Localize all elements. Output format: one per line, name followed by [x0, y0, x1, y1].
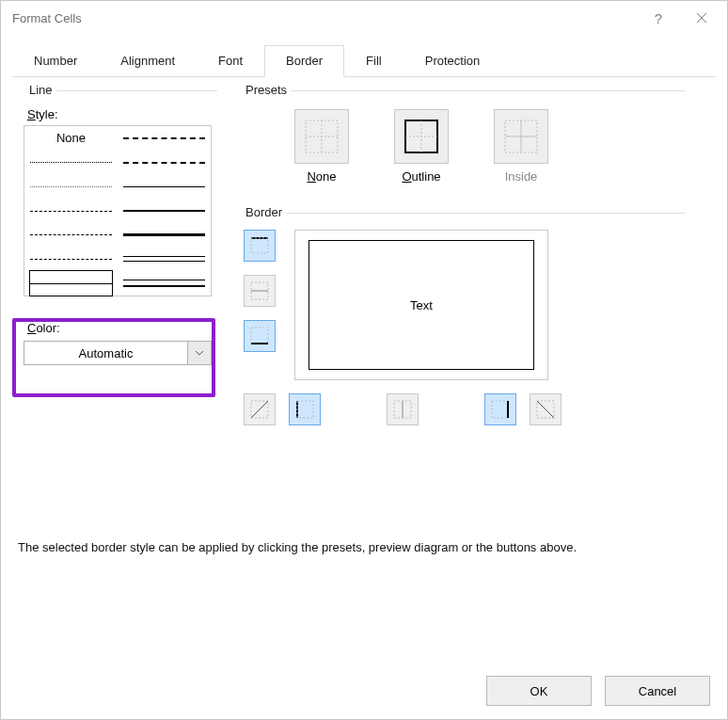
preset-outline[interactable]: Outline: [390, 109, 452, 184]
line-style-11[interactable]: [123, 199, 205, 223]
preset-inside-button[interactable]: [494, 109, 548, 164]
line-style-list[interactable]: None: [24, 125, 212, 296]
cancel-button[interactable]: Cancel: [605, 676, 710, 706]
line-group: Line Style: None: [18, 90, 217, 429]
line-style-2[interactable]: [30, 151, 112, 175]
tab-alignment[interactable]: Alignment: [99, 45, 197, 77]
tab-fill[interactable]: Fill: [344, 45, 404, 77]
preset-inside-icon: [502, 118, 540, 155]
border-inside-h-icon: [249, 280, 270, 301]
close-icon: [696, 12, 707, 24]
tab-font[interactable]: Font: [197, 45, 264, 77]
close-button[interactable]: [680, 1, 723, 35]
border-left-button[interactable]: [289, 393, 321, 425]
color-highlight-annotation: [12, 318, 215, 397]
border-right-icon: [490, 399, 511, 420]
line-style-10[interactable]: [123, 174, 205, 199]
border-bottom-button[interactable]: [244, 320, 276, 352]
tab-number[interactable]: Number: [12, 45, 99, 77]
svg-rect-10: [251, 238, 268, 253]
border-preview[interactable]: Text: [294, 230, 548, 380]
preset-none-button[interactable]: [294, 109, 349, 164]
border-bottom-icon: [249, 326, 270, 346]
preset-outline-icon: [403, 118, 440, 155]
preset-none-icon: [303, 118, 340, 155]
preset-none[interactable]: None: [291, 109, 353, 184]
border-diag-down-button[interactable]: [530, 393, 562, 425]
border-inside-h-button[interactable]: [244, 275, 276, 307]
border-preview-text: Text: [410, 298, 433, 312]
preset-none-label: None: [291, 169, 353, 184]
svg-line-16: [251, 401, 268, 418]
border-preview-cell: Text: [309, 240, 534, 370]
border-diag-up-icon: [249, 399, 270, 420]
border-top-icon: [249, 235, 270, 256]
format-cells-dialog: Format Cells ? Number Alignment Font Bor…: [0, 0, 728, 720]
preset-outline-label: Outline: [390, 169, 452, 184]
svg-rect-21: [492, 401, 508, 418]
border-group: Border Text: [234, 213, 686, 429]
preset-inside[interactable]: Inside: [490, 109, 552, 184]
border-right-button[interactable]: [484, 393, 516, 425]
window-title: Format Cells: [12, 11, 637, 25]
line-style-6[interactable]: [30, 248, 112, 272]
tab-protection[interactable]: Protection: [404, 45, 502, 77]
line-style-9[interactable]: [123, 151, 205, 175]
tab-strip: Number Alignment Font Border Fill Protec…: [1, 44, 727, 76]
svg-rect-13: [251, 328, 268, 344]
border-left-icon: [294, 399, 315, 420]
line-style-14[interactable]: [123, 271, 205, 296]
svg-line-24: [537, 401, 554, 418]
ok-button[interactable]: OK: [486, 676, 592, 706]
line-style-13[interactable]: [123, 248, 205, 272]
preset-outline-button[interactable]: [394, 109, 449, 164]
tab-border[interactable]: Border: [264, 45, 344, 77]
line-style-8[interactable]: [123, 126, 205, 151]
preset-inside-label: Inside: [490, 169, 552, 184]
presets-group-label: Presets: [242, 83, 291, 97]
line-style-3[interactable]: [30, 174, 112, 199]
svg-rect-18: [297, 401, 313, 418]
line-style-none[interactable]: None: [30, 126, 112, 151]
help-button[interactable]: ?: [637, 1, 680, 35]
line-group-label: Line: [25, 83, 56, 97]
border-inside-v-button[interactable]: [387, 393, 419, 425]
border-top-button[interactable]: [244, 230, 276, 262]
style-label: Style:: [27, 107, 212, 121]
presets-group: Presets None Outline: [234, 90, 686, 203]
dialog-footer: OK Cancel: [1, 663, 727, 719]
title-bar: Format Cells ?: [1, 1, 727, 35]
line-style-5[interactable]: [30, 223, 112, 248]
border-group-label: Border: [242, 205, 286, 219]
line-style-7[interactable]: [30, 271, 112, 296]
border-inside-v-icon: [392, 399, 413, 420]
line-style-12[interactable]: [123, 223, 205, 248]
tab-content: Line Style: None: [1, 77, 727, 719]
border-diag-down-icon: [535, 399, 556, 420]
border-diag-up-button[interactable]: [244, 393, 276, 425]
line-style-4[interactable]: [30, 199, 112, 223]
help-text: The selected border style can be applied…: [18, 540, 710, 554]
